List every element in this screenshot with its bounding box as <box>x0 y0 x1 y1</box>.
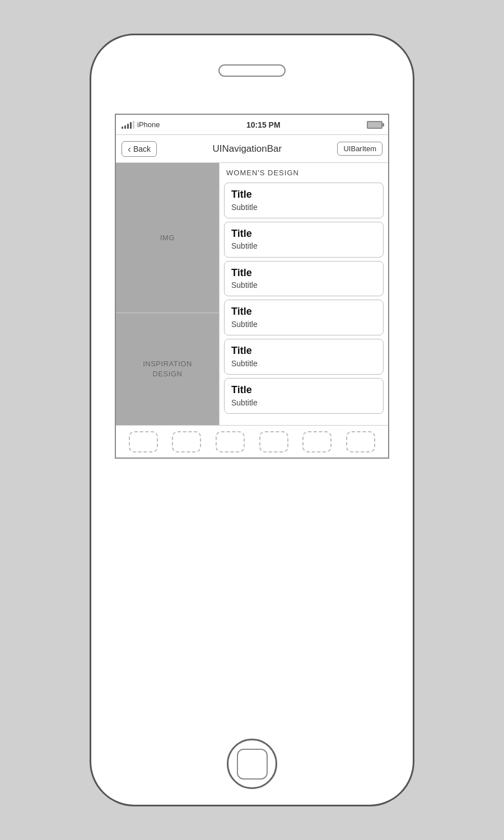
list-item-title: Title <box>231 189 376 201</box>
list-item-title: Title <box>231 384 376 396</box>
list-item[interactable]: Title Subtitle <box>224 378 384 414</box>
list-item[interactable]: Title Subtitle <box>224 300 384 335</box>
status-bar: iPhone 10:15 PM <box>116 115 388 135</box>
right-column: WOMEN'S DESIGN Title Subtitle Title Subt… <box>220 163 388 425</box>
list-item-title: Title <box>231 306 376 318</box>
list-item-title: Title <box>231 345 376 357</box>
signal-bars-icon <box>122 121 134 129</box>
list-item[interactable]: Title Subtitle <box>224 339 384 375</box>
phone-screen: iPhone 10:15 PM Back UINavigationBar UIB… <box>115 114 389 459</box>
nav-bar-item[interactable]: UIBarItem <box>337 142 382 156</box>
tab-item-5[interactable] <box>302 431 332 452</box>
tab-item-3[interactable] <box>216 431 245 452</box>
tab-item-6[interactable] <box>346 431 375 452</box>
list-item-subtitle: Subtitle <box>231 319 376 329</box>
list-item-subtitle: Subtitle <box>231 202 376 212</box>
phone-frame: iPhone 10:15 PM Back UINavigationBar UIB… <box>90 34 414 806</box>
status-left: iPhone <box>122 120 160 129</box>
list-item-title: Title <box>231 228 376 240</box>
list-item-subtitle: Subtitle <box>231 280 376 290</box>
nav-bar-title: UINavigationBar <box>212 143 282 155</box>
list-item-subtitle: Subtitle <box>231 358 376 368</box>
tab-bar <box>116 425 388 458</box>
list-item-subtitle: Subtitle <box>231 398 376 408</box>
phone-speaker <box>218 64 286 77</box>
back-button[interactable]: Back <box>122 141 157 157</box>
left-column: IMG INSPIRATION DESIGN <box>116 163 220 425</box>
list-item-title: Title <box>231 267 376 279</box>
list-items-container: Title Subtitle Title Subtitle Title Subt… <box>220 180 388 416</box>
content-area: IMG INSPIRATION DESIGN WOMEN'S DESIGN Ti… <box>116 163 388 425</box>
carrier-label: iPhone <box>137 120 160 129</box>
list-item[interactable]: Title Subtitle <box>224 261 384 297</box>
section-header: WOMEN'S DESIGN <box>220 163 388 180</box>
battery-icon <box>367 121 382 129</box>
list-item[interactable]: Title Subtitle <box>224 222 384 258</box>
tab-item-4[interactable] <box>259 431 288 452</box>
status-time: 10:15 PM <box>246 120 281 129</box>
home-button-inner <box>237 749 268 780</box>
nav-bar: Back UINavigationBar UIBarItem <box>116 135 388 163</box>
tab-item-2[interactable] <box>172 431 201 452</box>
tab-item-1[interactable] <box>129 431 158 452</box>
image-placeholder-main: IMG <box>116 163 219 313</box>
list-item-subtitle: Subtitle <box>231 241 376 251</box>
list-item[interactable]: Title Subtitle <box>224 183 384 218</box>
image-placeholder-secondary: INSPIRATION DESIGN <box>116 313 219 425</box>
home-button[interactable] <box>227 739 277 789</box>
